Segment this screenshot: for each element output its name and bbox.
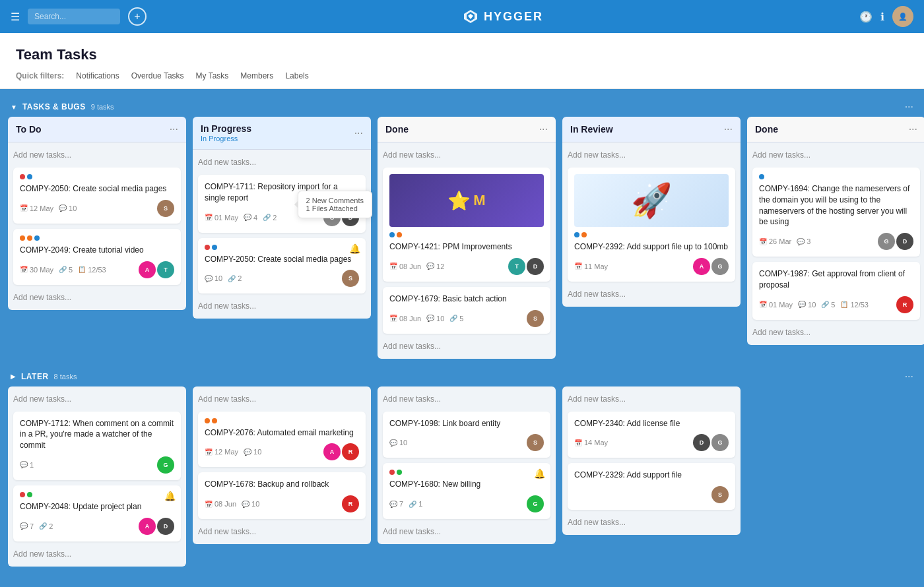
meta-date: 📅01 May	[759, 301, 793, 309]
section-toggle[interactable]: ▼	[11, 104, 17, 111]
add-task-todo-bottom[interactable]: Add new tasks...	[13, 290, 181, 305]
filter-members[interactable]: Members	[240, 71, 273, 80]
card-dots	[20, 235, 174, 241]
avatar: A	[139, 261, 156, 278]
add-task-tl-bottom[interactable]: Add new tasks...	[13, 547, 181, 561]
add-task-ir-top[interactable]: Add new tasks...	[568, 148, 735, 162]
card-title: COMPY-1680: New billing	[389, 479, 544, 490]
dot-orange2	[27, 235, 32, 241]
filter-notifications[interactable]: Notifications	[76, 71, 119, 80]
column-done-header: Done ···	[378, 117, 556, 142]
filter-overdue[interactable]: Overdue Tasks	[131, 71, 184, 80]
meta-comment: 💬1	[20, 461, 34, 469]
hamburger-icon[interactable]: ☰	[11, 11, 20, 23]
add-task-todo-top[interactable]: Add new tasks...	[13, 148, 181, 162]
search-input[interactable]	[28, 9, 120, 24]
add-task-done2-top[interactable]: Add new tasks...	[752, 148, 920, 162]
dot-orange	[397, 232, 402, 237]
column-ir-later-body: Add new tasks... COMPY-2340: Add license…	[562, 386, 741, 536]
column-in-review-more[interactable]: ···	[724, 123, 733, 135]
meta-comment: 💬10	[389, 439, 407, 447]
add-task-done-bottom[interactable]: Add new tasks...	[383, 339, 550, 354]
card-title: COMPY-2329: Add support file	[574, 470, 729, 481]
avatar: T	[157, 261, 174, 278]
card-compy-1098: COMPY-1098: Link board entity 💬10 S	[383, 412, 550, 458]
meta-attach: 🔗1	[409, 500, 422, 508]
add-task-ipl-bottom[interactable]: Add new tasks...	[198, 524, 366, 539]
help-icon[interactable]: ℹ	[880, 11, 884, 23]
card-dots	[205, 418, 359, 423]
add-task-irl-top[interactable]: Add new tasks...	[568, 392, 735, 406]
card-title: COMPY-2049: Create tutorial video	[20, 245, 174, 256]
card-title: COMPY-2392: Add support file up to 100mb	[574, 241, 729, 253]
card-title: COMPY-1712: When comment on a commit in …	[20, 418, 174, 451]
quick-filters-label: Quick filters:	[16, 71, 64, 80]
section1-columns: To Do ··· Add new tasks... COMPY-2050: C…	[8, 117, 916, 359]
avatar: S	[342, 270, 359, 287]
card-meta: 📅08 Jun 💬12 T D	[389, 258, 544, 275]
add-task-ip-top[interactable]: Add new tasks...	[198, 155, 366, 170]
user-avatar[interactable]: 👤	[892, 6, 913, 27]
avatar: S	[157, 200, 174, 217]
column-done-later-body: Add new tasks... COMPY-1098: Link board …	[378, 386, 556, 545]
filter-my-tasks[interactable]: My Tasks	[196, 71, 229, 80]
column-in-progress-more[interactable]: ···	[354, 127, 363, 139]
add-task-dl-bottom[interactable]: Add new tasks...	[383, 524, 550, 539]
meta-comment: 💬10	[244, 448, 261, 456]
card-image-rocket: 🚀	[574, 174, 729, 227]
card-meta: 📅08 Jun 💬10 🔗5 S	[389, 310, 544, 327]
column-done-body: Add new tasks... ⭐ M COMPY-1421: PPM Imp…	[378, 142, 556, 359]
add-task-ip-bottom[interactable]: Add new tasks...	[198, 299, 366, 313]
section-more-icon[interactable]: ···	[905, 101, 913, 113]
logo-icon	[463, 9, 478, 24]
notification-badge: 🔔	[349, 243, 360, 254]
meta-date: 📅08 Jun	[389, 263, 421, 270]
meta-comment: 💬7	[20, 522, 34, 530]
add-task-tl-top[interactable]: Add new tasks...	[13, 392, 181, 406]
avatar: S	[527, 310, 544, 327]
column-done-more[interactable]: ···	[539, 123, 548, 135]
card-meta: S	[574, 486, 729, 503]
card-compy-1712: COMPY-1712: When comment on a commit in …	[13, 412, 181, 480]
card-compy-2050-ip: 🔔 COMPY-2050: Create social media pages …	[198, 238, 366, 294]
add-button[interactable]: +	[128, 7, 147, 26]
meta-comment: 💬12	[426, 263, 444, 270]
card-meta: 📅30 May 🔗5 📋12/53 A T	[20, 261, 174, 278]
meta-attach: 🔗5	[821, 301, 835, 309]
column-done2: Done ··· Add new tasks... COMPY-1694: Ch…	[747, 117, 924, 345]
section-later-header: ▶ LATER 8 tasks ···	[8, 367, 916, 386]
card-meta: 💬7 🔗2 A D	[20, 518, 174, 535]
meta-comment: 💬10	[59, 204, 77, 212]
add-task-done-top[interactable]: Add new tasks...	[383, 148, 550, 162]
column-in-progress: In Progress In Progress ··· Add new task…	[193, 117, 371, 319]
add-task-dl-top[interactable]: Add new tasks...	[383, 392, 550, 406]
section-toggle-later[interactable]: ▶	[11, 373, 16, 380]
column-done2-more[interactable]: ···	[909, 123, 917, 135]
add-task-ipl-top[interactable]: Add new tasks...	[198, 392, 366, 406]
card-image-purple: ⭐ M	[389, 174, 544, 227]
card-compy-1421: ⭐ M COMPY-1421: PPM Improvements 📅08 Jun…	[383, 168, 550, 282]
card-title: COMPY-2340: Add license file	[574, 418, 729, 429]
card-title: COMPY-1678: Backup and rollback	[205, 479, 359, 490]
column-todo-more[interactable]: ···	[170, 123, 178, 135]
column-done2-later	[747, 386, 924, 518]
meta-date: 📅12 May	[20, 204, 53, 212]
dot-orange	[20, 235, 25, 241]
card-dots	[205, 245, 359, 250]
top-nav: ☰ + HYGGER 🕐 ℹ 👤	[0, 0, 924, 33]
add-task-irl-bottom[interactable]: Add new tasks...	[568, 515, 735, 530]
section-later-more[interactable]: ···	[905, 371, 913, 383]
dot-orange	[581, 232, 587, 237]
meta-comment: 💬7	[389, 500, 403, 508]
section-later-count: 8 tasks	[54, 373, 77, 381]
add-task-ir-bottom[interactable]: Add new tasks...	[568, 287, 735, 301]
section-tasks-bugs-header: ▼ TASKS & BUGS 9 tasks ···	[8, 97, 916, 117]
filter-labels[interactable]: Labels	[285, 71, 308, 80]
card-compy-2049: COMPY-2049: Create tutorial video 📅30 Ma…	[13, 229, 181, 285]
column-in-progress-title: In Progress	[201, 123, 251, 134]
meta-date: 📅14 May	[574, 439, 608, 447]
add-task-done2-bottom[interactable]: Add new tasks...	[752, 325, 920, 340]
history-icon[interactable]: 🕐	[859, 11, 873, 23]
card-compy-2050: COMPY-2050: Create social media pages 📅1…	[13, 168, 181, 224]
card-meta: 📅14 May D G	[574, 434, 729, 451]
